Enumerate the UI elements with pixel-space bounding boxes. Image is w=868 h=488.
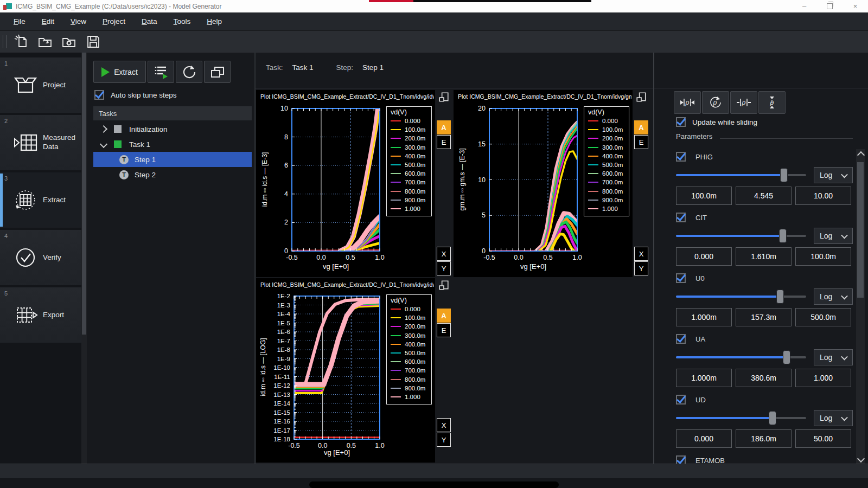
plot-expand-button[interactable] (634, 90, 648, 104)
tree-item-initialization[interactable]: Initialization (93, 121, 252, 137)
tree-item-task-1[interactable]: Task 1 (93, 137, 252, 152)
bounds-button[interactable]: ρ (730, 91, 757, 114)
current-value-field[interactable]: 186.0m (736, 429, 792, 448)
reset-parameter-button[interactable]: ρ (702, 91, 729, 114)
scrollbar-thumb[interactable] (857, 162, 864, 298)
restore-button[interactable] (817, 0, 843, 12)
slider-handle[interactable] (779, 229, 787, 243)
chevron-down-icon (841, 232, 848, 239)
minimize-button[interactable]: – (792, 0, 817, 12)
parameter-slider[interactable] (676, 229, 806, 243)
parameter-checkbox[interactable] (676, 455, 686, 464)
refresh-button[interactable] (176, 61, 202, 83)
menu-item-file[interactable]: File (5, 14, 34, 29)
panel-splitter[interactable] (653, 53, 654, 464)
max-value-field[interactable]: 10.00 (795, 187, 851, 205)
y-axis-button[interactable]: Y (634, 261, 648, 275)
autoscale-button[interactable]: A (437, 309, 451, 323)
extract-run-button[interactable]: Extract (93, 61, 146, 83)
sidebar-item-export[interactable]: 5 Export (0, 287, 81, 343)
max-value-field[interactable]: 50.00 (795, 429, 851, 448)
parameter-slider[interactable] (676, 290, 806, 304)
scale-select[interactable]: Log (814, 410, 853, 426)
update-while-sliding-checkbox[interactable] (676, 117, 686, 127)
scale-select[interactable]: Log (814, 349, 853, 365)
scroll-down-icon[interactable] (857, 455, 865, 463)
auto-skip-checkbox[interactable] (94, 90, 104, 100)
fit-vertical-button[interactable]: ρ (758, 91, 786, 114)
parameter-slider[interactable] (676, 350, 806, 364)
open-example-button[interactable] (59, 33, 80, 50)
sidebar-scrollbar[interactable] (81, 53, 87, 464)
max-value-field[interactable]: 100.0m (795, 247, 851, 266)
edit-plot-button[interactable]: E (437, 323, 451, 337)
menu-item-help[interactable]: Help (199, 14, 230, 29)
current-value-field[interactable]: 1.610m (736, 247, 792, 266)
parameters-scrollbar[interactable] (856, 149, 865, 464)
parameter-checkbox[interactable] (676, 213, 686, 222)
parameter-checkbox[interactable] (676, 334, 686, 344)
max-value-field[interactable]: 500.0m (795, 308, 851, 326)
toolbar-drag-handle[interactable] (3, 35, 7, 48)
sidebar-item-verify[interactable]: 4 Verify (0, 230, 81, 285)
legend-line-icon (391, 182, 401, 183)
plot-expand-button[interactable] (437, 278, 451, 292)
plot-expand-button[interactable] (437, 90, 451, 104)
parameter-checkbox[interactable] (676, 152, 686, 162)
min-value-field[interactable]: 0.000 (676, 429, 732, 448)
x-axis-button[interactable]: X (634, 247, 648, 261)
parameter-slider[interactable] (676, 411, 806, 425)
menu-item-tools[interactable]: Tools (165, 14, 199, 29)
parameter-slider[interactable] (676, 168, 806, 182)
slider-handle[interactable] (783, 350, 790, 364)
scale-select[interactable]: Log (814, 167, 853, 183)
sidebar-item-project[interactable]: 1 Project (0, 57, 81, 113)
slider-handle[interactable] (780, 168, 788, 182)
cascade-windows-button[interactable] (204, 61, 231, 83)
scale-select[interactable]: Log (814, 228, 853, 244)
tree-item-step-1[interactable]: TStep 1 (93, 152, 252, 167)
scroll-up-icon[interactable] (857, 151, 865, 159)
current-value-field[interactable]: 4.545 (736, 187, 792, 205)
current-value-field[interactable]: 157.3m (736, 308, 792, 326)
run-list-button[interactable] (148, 61, 174, 83)
menu-item-data[interactable]: Data (133, 14, 165, 29)
tree-item-step-2[interactable]: TStep 2 (93, 167, 252, 182)
autoscale-button[interactable]: A (634, 120, 648, 134)
parameter-checkbox[interactable] (676, 273, 686, 283)
menu-item-view[interactable]: View (62, 14, 94, 29)
edit-plot-button[interactable]: E (437, 135, 451, 149)
y-axis-button[interactable]: Y (437, 433, 451, 447)
slider-handle[interactable] (769, 411, 776, 425)
slider-handle[interactable] (776, 290, 784, 304)
current-value-field[interactable]: 380.6m (736, 369, 792, 387)
fit-range-button[interactable]: ρ (674, 91, 701, 114)
x-axis-button[interactable]: X (437, 247, 451, 261)
close-button[interactable]: × (843, 0, 868, 12)
min-value-field[interactable]: 0.000 (676, 247, 732, 266)
sidebar-item-measured-data[interactable]: 2 Measured Data (0, 115, 81, 170)
scrollbar-thumb[interactable] (82, 53, 86, 335)
chevron-right-icon[interactable] (100, 125, 107, 133)
chevron-down-icon[interactable] (100, 140, 107, 148)
plot-idvg-log[interactable]: Plot ICMG_BSIM_CMG_Example_Extract/DC_IV… (256, 278, 435, 463)
x-axis-button[interactable]: X (437, 418, 451, 432)
scale-select[interactable]: Log (814, 288, 853, 305)
min-value-field[interactable]: 1.000m (676, 369, 732, 387)
status-bar (0, 464, 868, 478)
menu-item-project[interactable]: Project (94, 14, 133, 29)
min-value-field[interactable]: 1.000m (676, 308, 732, 326)
menu-item-edit[interactable]: Edit (34, 14, 62, 29)
open-project-button[interactable] (35, 33, 56, 50)
autoscale-button[interactable]: A (437, 120, 451, 134)
parameter-checkbox[interactable] (676, 395, 686, 404)
y-axis-button[interactable]: Y (437, 261, 451, 275)
plot-idvg[interactable]: Plot ICMG_BSIM_CMG_Example_Extract/DC_IV… (256, 90, 435, 277)
plot-gm[interactable]: Plot ICMG_BSIM_CMG_Example_Extract/DC_IV… (454, 90, 633, 277)
min-value-field[interactable]: 100.0m (676, 187, 732, 205)
sidebar-item-extract[interactable]: 3 Extract (0, 172, 81, 228)
new-project-button[interactable] (11, 33, 32, 50)
max-value-field[interactable]: 1.000 (795, 369, 851, 387)
save-button[interactable] (83, 33, 104, 50)
edit-plot-button[interactable]: E (634, 135, 648, 149)
